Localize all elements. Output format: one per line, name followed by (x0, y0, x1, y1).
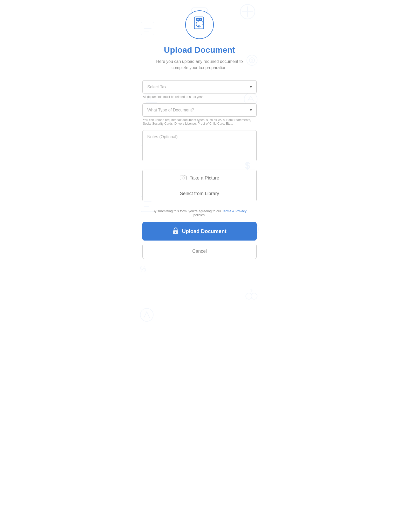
select-tax-dropdown[interactable]: Select Tax (142, 80, 257, 94)
app-logo: TAX (185, 10, 214, 39)
cancel-label: Cancel (192, 249, 207, 254)
select-library-button[interactable]: Select from Library (142, 186, 257, 201)
svg-rect-34 (180, 176, 186, 180)
svg-point-36 (185, 177, 185, 177)
terms-text: By submitting this form, you're agreeing… (148, 209, 251, 217)
document-type-hint: You can upload required tax document typ… (142, 118, 257, 125)
upload-button[interactable]: Upload Document (142, 222, 257, 241)
upload-button-label: Upload Document (182, 228, 226, 234)
document-type-wrapper[interactable]: What Type of Document? ▼ (142, 103, 257, 117)
document-type-field: What Type of Document? ▼ You can upload … (142, 103, 257, 125)
lock-icon (172, 227, 179, 235)
select-tax-wrapper[interactable]: Select Tax ▼ (142, 80, 257, 94)
select-library-label: Select from Library (180, 191, 219, 196)
upload-actions: Take a Picture Select from Library (142, 170, 257, 202)
notes-input[interactable] (142, 130, 257, 161)
page-subtitle: Here you can upload any required documen… (150, 58, 249, 71)
terms-link[interactable]: Terms & Privacy (222, 209, 247, 213)
terms-prefix: By submitting this form, you're agreeing… (152, 209, 222, 213)
svg-point-35 (182, 177, 184, 179)
svg-point-29 (140, 308, 153, 321)
camera-icon (180, 175, 187, 182)
take-picture-button[interactable]: Take a Picture (142, 170, 257, 186)
page-title: Upload Document (164, 45, 235, 55)
select-tax-hint: All documents must be related to a tax y… (142, 95, 257, 99)
svg-point-38 (175, 232, 176, 233)
take-picture-label: Take a Picture (190, 175, 219, 181)
cancel-button[interactable]: Cancel (142, 244, 257, 259)
document-type-dropdown[interactable]: What Type of Document? (142, 103, 257, 117)
terms-suffix: policies. (194, 213, 206, 217)
svg-text:$: $ (250, 288, 252, 292)
select-tax-field: Select Tax ▼ All documents must be relat… (142, 80, 257, 99)
